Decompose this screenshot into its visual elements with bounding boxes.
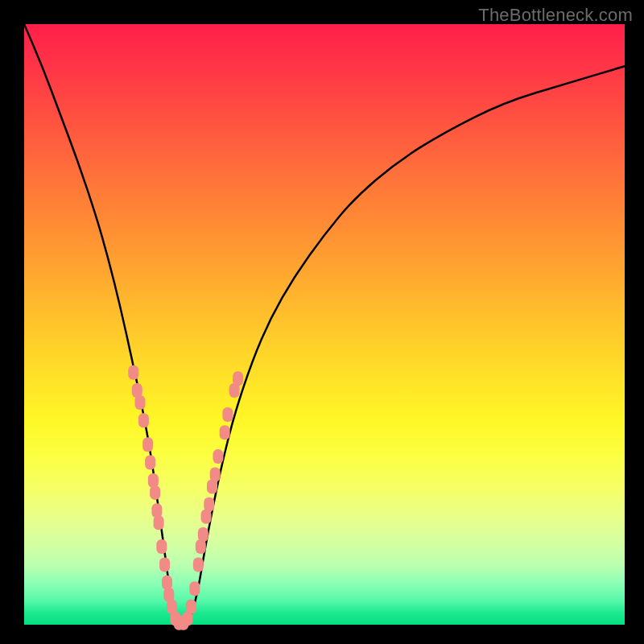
scatter-point (156, 539, 167, 554)
scatter-points (128, 365, 243, 630)
chart-svg (24, 24, 625, 625)
scatter-point (193, 557, 204, 572)
scatter-point (150, 485, 160, 500)
scatter-point (213, 449, 223, 464)
scatter-point (159, 557, 170, 572)
scatter-point (189, 581, 200, 596)
watermark-text: TheBottleneck.com (478, 5, 633, 26)
plot-area (24, 24, 625, 625)
scatter-point (198, 527, 208, 542)
scatter-point (204, 497, 214, 512)
scatter-point (222, 407, 233, 422)
scatter-point (233, 371, 243, 386)
scatter-point (138, 413, 149, 427)
scatter-point (220, 425, 230, 440)
scatter-point (142, 437, 153, 452)
scatter-point (128, 365, 138, 380)
scatter-point (210, 468, 221, 482)
scatter-point (134, 395, 145, 410)
chart-frame: TheBottleneck.com (0, 0, 644, 644)
curve-path (24, 24, 625, 625)
scatter-point (154, 515, 164, 530)
scatter-point (145, 456, 155, 470)
curve-line (24, 24, 625, 625)
scatter-point (186, 600, 196, 614)
